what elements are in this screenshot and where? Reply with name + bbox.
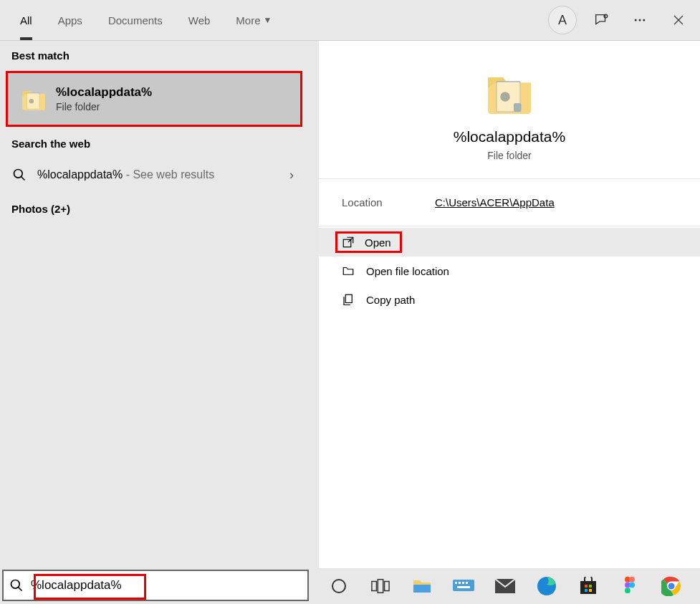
filter-tabs: All Apps Documents Web More ▼	[7, 0, 284, 40]
preview-subtitle: File folder	[487, 150, 531, 161]
svg-point-12	[11, 580, 20, 588]
figma-icon[interactable]	[618, 574, 642, 598]
tab-documents[interactable]: Documents	[95, 0, 176, 40]
tab-apps[interactable]: Apps	[45, 0, 95, 40]
svg-rect-17	[453, 580, 474, 591]
action-open-file-location[interactable]: Open file location	[319, 257, 700, 285]
store-icon[interactable]	[576, 574, 600, 598]
svg-rect-11	[345, 294, 352, 302]
preview-header: %localappdata% File folder	[319, 41, 700, 179]
svg-rect-20	[462, 582, 464, 584]
svg-point-2	[639, 19, 641, 21]
task-view-icon[interactable]	[368, 574, 393, 598]
web-result[interactable]: %localappdata% - See web results ›	[0, 157, 308, 193]
svg-rect-22	[457, 586, 470, 588]
cortana-icon[interactable]	[327, 574, 351, 598]
open-icon	[342, 236, 355, 249]
more-icon[interactable]	[625, 6, 654, 34]
taskbar	[0, 568, 700, 604]
svg-point-6	[14, 170, 23, 178]
best-match-result[interactable]: %localappdata% File folder	[6, 71, 302, 127]
svg-point-23	[537, 577, 556, 595]
search-input[interactable]	[25, 578, 303, 593]
svg-point-13	[332, 580, 345, 593]
svg-point-30	[629, 577, 635, 583]
preview-actions: Open Open file location Copy path	[319, 226, 700, 315]
location-label: Location	[342, 196, 435, 208]
svg-point-1	[635, 19, 637, 21]
preview-pane: %localappdata% File folder Location C:\U…	[319, 41, 700, 568]
action-open-label: Open	[365, 236, 391, 249]
action-copy-path[interactable]: Copy path	[319, 285, 700, 314]
close-icon[interactable]	[664, 6, 693, 34]
search-web-label: Search the web	[0, 129, 308, 157]
edge-icon[interactable]	[534, 574, 559, 598]
tab-web[interactable]: Web	[176, 0, 224, 40]
copy-icon	[342, 293, 355, 306]
search-icon	[8, 578, 25, 593]
svg-point-0	[604, 14, 608, 18]
taskbar-icons	[311, 574, 684, 598]
svg-rect-19	[459, 582, 461, 584]
svg-rect-28	[589, 589, 592, 592]
mail-icon[interactable]	[493, 574, 517, 598]
avatar[interactable]: A	[548, 6, 577, 34]
results-pane: Best match %localappdata% File folder Se…	[0, 41, 308, 568]
tab-all[interactable]: All	[7, 0, 45, 40]
svg-point-32	[629, 583, 635, 588]
chrome-icon[interactable]	[659, 574, 684, 598]
taskbar-search[interactable]	[2, 570, 309, 601]
web-result-suffix: - See web results	[123, 168, 214, 181]
action-open[interactable]: Open	[319, 228, 700, 257]
feedback-icon[interactable]	[587, 6, 615, 34]
svg-point-3	[643, 19, 645, 21]
web-result-query: %localappdata%	[37, 168, 123, 181]
location-value[interactable]: C:\Users\ACER\AppData	[435, 196, 555, 208]
explorer-icon[interactable]	[410, 574, 434, 598]
svg-rect-24	[580, 581, 596, 594]
photos-label[interactable]: Photos (2+)	[0, 193, 308, 225]
top-right-controls: A	[548, 6, 693, 34]
keyboard-icon[interactable]	[451, 574, 476, 598]
location-row: Location C:\Users\ACER\AppData	[319, 179, 700, 226]
folder-icon	[20, 85, 47, 112]
search-icon	[11, 167, 27, 183]
best-match-label: Best match	[0, 41, 308, 69]
svg-rect-25	[585, 585, 588, 588]
tab-more[interactable]: More ▼	[223, 0, 284, 40]
svg-rect-16	[385, 582, 390, 591]
chevron-down-icon: ▼	[264, 15, 272, 25]
best-match-subtitle: File folder	[56, 101, 152, 112]
svg-rect-27	[585, 589, 588, 592]
top-tab-bar: All Apps Documents Web More ▼ A	[0, 0, 700, 41]
preview-title: %localappdata%	[454, 128, 565, 145]
svg-rect-15	[378, 580, 383, 593]
action-open-file-location-label: Open file location	[366, 265, 449, 277]
tab-more-label: More	[236, 14, 260, 27]
folder-icon-large	[484, 67, 535, 118]
svg-rect-26	[589, 585, 592, 588]
chevron-right-icon: ›	[289, 168, 294, 183]
best-match-title: %localappdata%	[56, 85, 152, 100]
folder-outline-icon	[342, 264, 355, 277]
action-copy-path-label: Copy path	[366, 294, 415, 306]
svg-rect-18	[455, 582, 457, 584]
svg-point-33	[625, 588, 631, 593]
svg-rect-21	[466, 582, 468, 584]
best-match-text: %localappdata% File folder	[56, 85, 152, 112]
svg-rect-14	[372, 582, 377, 591]
web-result-text: %localappdata% - See web results	[37, 168, 214, 181]
